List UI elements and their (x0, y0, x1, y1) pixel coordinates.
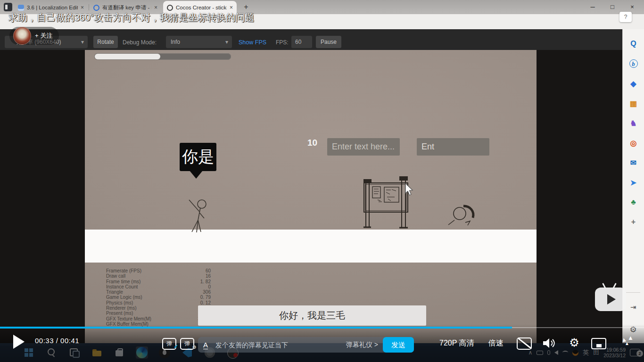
stat-label: Framerate (FPS) (106, 268, 141, 273)
tray-mic-icon[interactable] (547, 350, 550, 355)
tab-title: 有道翻译 key 申请 - 搜索 (102, 4, 151, 11)
taskbar-store-icon[interactable] (113, 346, 125, 359)
play-button[interactable] (13, 335, 25, 349)
stick-figure-left (187, 197, 213, 233)
tab-separator (89, 4, 89, 10)
sidebar-bing-chat-icon[interactable]: b (623, 54, 644, 74)
stat-label: Physics (ms) (106, 300, 133, 305)
chevron-down-icon: ▾ (225, 36, 228, 48)
stat-label: Game Logic (ms) (106, 295, 142, 300)
danmaku-settings-icon[interactable]: 弹 ⚙ (180, 338, 194, 350)
debug-mode-dropdown[interactable]: Info ▾ (166, 36, 232, 48)
follow-button[interactable]: + 关注 (35, 32, 52, 40)
debug-mode-label: Debug Mode: (123, 39, 157, 46)
notification-center-icon[interactable]: 2 (630, 349, 640, 356)
search-favicon-icon (93, 5, 99, 11)
stat-value: 306 (203, 289, 211, 295)
tray-expand-icon[interactable]: ∧ (528, 350, 532, 355)
danmaku-etiquette-link[interactable]: 弹幕礼仪 > (346, 341, 378, 349)
sidebar-games-icon[interactable]: ♞ (623, 113, 644, 133)
tab-actions-menu-icon[interactable] (4, 3, 12, 11)
danmaku-text-style-icon[interactable]: A (203, 341, 208, 349)
danmaku-input[interactable] (215, 341, 346, 349)
taskbar-edge-icon[interactable] (136, 346, 148, 359)
game-text-input[interactable] (327, 138, 400, 156)
game-text-input-2[interactable] (417, 138, 489, 156)
fps-stats-panel: Framerate (FPS) 60 Draw call 16 Frame ti… (106, 268, 211, 327)
fps-input[interactable]: 60 (291, 36, 312, 48)
cocos-preview-toolbar: 分辨率 (960X640) ▾ Rotate Debug Mode: Info … (0, 29, 622, 50)
fps-label: FPS: (276, 39, 289, 46)
uploader-avatar[interactable] (13, 27, 31, 45)
chevron-down-icon: ▾ (81, 36, 84, 48)
counter-text: 10 (307, 138, 317, 148)
sidebar-tree-icon[interactable]: ♣ (623, 192, 644, 212)
close-tab-icon[interactable]: × (81, 4, 84, 11)
stat-value: 0. 79 (200, 295, 211, 300)
close-tab-icon[interactable]: × (230, 4, 233, 11)
help-tooltip-badge: ? (619, 12, 632, 22)
tray-camera-icon[interactable] (537, 351, 543, 355)
speed-selector[interactable]: 倍速 (488, 338, 504, 348)
stick-figure-right (445, 200, 485, 229)
stat-value: 16 (206, 273, 211, 279)
quality-selector[interactable]: 720P 高清 (439, 338, 474, 348)
check-icon: ✓ (174, 342, 178, 352)
sidebar-drop-icon[interactable]: ➤ (623, 173, 644, 192)
tab-title: 3.6 | Localization Editor 公测帖 - (27, 4, 78, 11)
new-tab-button[interactable]: + (241, 2, 251, 12)
stat-label: Instance Count (106, 284, 138, 289)
taskbar-taskview-button[interactable] (68, 346, 80, 359)
playback-time: 00:33 / 00:41 (35, 337, 79, 345)
sidebar-outlook-icon[interactable]: ✉ (623, 153, 644, 173)
tray-language-indicator[interactable]: 英 (583, 348, 589, 357)
tray-ime-icon[interactable]: 田 (593, 348, 599, 357)
send-danmaku-button[interactable]: 发送 (383, 337, 414, 353)
stat-value: 0 (208, 284, 211, 289)
sidebar-shopping-icon[interactable]: ◆ (623, 74, 644, 93)
danmaku-toggle-icon[interactable]: 弹 ✓ (162, 338, 176, 350)
video-progress-fill (0, 327, 512, 329)
mouse-cursor (405, 183, 414, 196)
stat-label: Renderer (ms) (106, 305, 136, 311)
bilibili-tv-watermark-icon (595, 284, 626, 311)
taskbar-file-explorer-icon[interactable] (91, 346, 103, 359)
stat-label: Frame time (ms) (106, 279, 140, 284)
gear-icon: ⚙ (192, 342, 197, 352)
stat-value: 1. 82 (200, 279, 211, 284)
sidebar-search-icon[interactable]: Q (623, 34, 644, 54)
speech-bubble: 你是 (180, 143, 216, 171)
close-tab-icon[interactable]: × (154, 4, 157, 11)
stat-value: 0. 12 (200, 300, 211, 305)
sidebar-microsoft365-icon[interactable]: ◎ (623, 133, 644, 153)
subtitle-icon[interactable] (517, 337, 532, 350)
sidebar-add-icon[interactable]: + (623, 212, 644, 232)
tab-title: Cocos Creator - stickMan (176, 5, 227, 10)
show-fps-button[interactable]: Show FPS (239, 39, 266, 46)
stat-value: 60 (206, 268, 211, 273)
web-fullscreen-icon[interactable] (591, 338, 606, 349)
pause-button[interactable]: Pause (316, 36, 341, 48)
stat-label: Draw call (106, 273, 125, 279)
tray-qq-icon[interactable] (572, 350, 578, 356)
doc-favicon-icon (18, 5, 24, 11)
cocos-favicon-icon (167, 5, 173, 11)
uploader-follow-widget[interactable]: + 关注 (9, 27, 59, 45)
stat-label: Triangle (106, 289, 123, 295)
minimize-button[interactable]: ─ (586, 1, 600, 13)
tray-network-icon[interactable] (562, 351, 568, 354)
sidebar-divider (626, 292, 640, 293)
volume-icon[interactable] (542, 337, 556, 349)
screen: 3.6 | Localization Editor 公测帖 - × 有道翻译 k… (0, 0, 644, 362)
game-white-panel (85, 230, 537, 263)
speech-bubble-tail (190, 171, 203, 179)
taskbar-search-button[interactable] (45, 346, 58, 359)
player-settings-gear-icon[interactable]: ⚙ (567, 335, 582, 350)
fullscreen-icon[interactable]: ▲ ▲ ▲ (620, 335, 637, 349)
sidebar-toolbox-icon[interactable]: ▦ (623, 93, 644, 113)
rotate-button[interactable]: Rotate (93, 36, 118, 48)
danmaku-input-bar: A 弹幕礼仪 > 发送 (198, 337, 414, 353)
maximize-button[interactable]: □ (605, 1, 619, 13)
tray-speaker-icon[interactable] (554, 350, 558, 355)
clock-date: 2023/3/12 (603, 353, 626, 358)
